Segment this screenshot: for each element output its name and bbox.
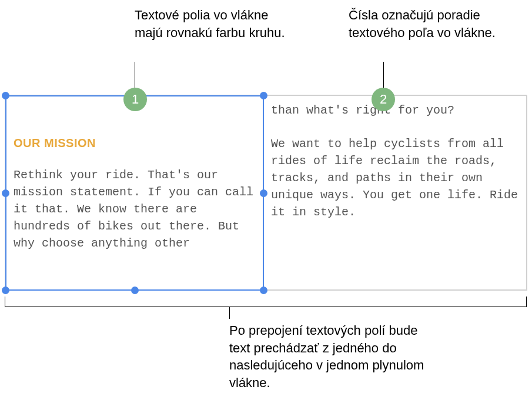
textbox1-body: Rethink your ride. That's our mission st… (14, 166, 256, 252)
resize-handle-ml[interactable] (2, 189, 9, 197)
callout-thread-flow: Po prepojení textových polí bude text pr… (229, 322, 429, 392)
resize-handle-tl[interactable] (2, 92, 9, 99)
bracket-bottom (5, 297, 527, 307)
textbox1-heading: OUR MISSION (14, 136, 256, 150)
callout-thread-order: Čísla označujú poradie textového poľa vo… (349, 6, 501, 41)
resize-handle-br[interactable] (260, 287, 267, 294)
textbox2-body-top: than what's right for you? (271, 102, 520, 119)
bracket-stem (229, 307, 230, 319)
thread-badge-1[interactable]: 1 (123, 88, 147, 111)
resize-handle-bl[interactable] (2, 287, 9, 294)
linked-textbox-2[interactable]: than what's right for you? We want to he… (264, 95, 527, 291)
callout-line-top-left (135, 62, 135, 88)
resize-handle-tr[interactable] (260, 92, 267, 99)
thread-badge-2-number: 2 (380, 92, 387, 107)
resize-handle-bm[interactable] (131, 287, 139, 294)
callout-thread-color: Textové polia vo vlákne majú rovnakú far… (135, 6, 287, 41)
thread-badge-1-number: 1 (132, 92, 139, 107)
thread-badge-2[interactable]: 2 (372, 88, 395, 111)
document-canvas: OUR MISSION Rethink your ride. That's ou… (5, 95, 527, 290)
linked-textbox-1[interactable]: OUR MISSION Rethink your ride. That's ou… (5, 95, 264, 291)
textbox2-body-bottom: We want to help cyclists from all rides … (271, 135, 520, 221)
callout-line-top-right (383, 62, 384, 88)
resize-handle-mr[interactable] (260, 189, 267, 197)
